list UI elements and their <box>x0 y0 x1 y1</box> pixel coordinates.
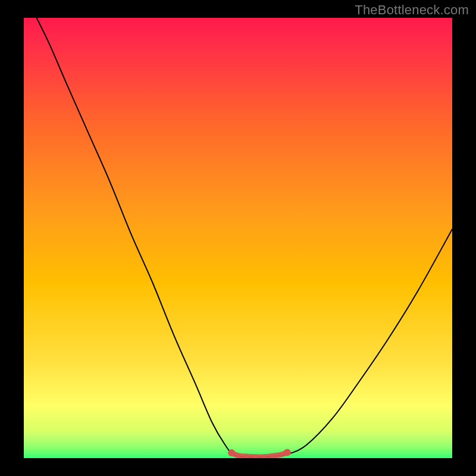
svg-rect-4 <box>24 444 452 445</box>
range-dot <box>279 453 283 456</box>
range-dot <box>270 454 274 458</box>
svg-rect-6 <box>24 449 452 450</box>
gradient-background <box>24 18 452 458</box>
svg-rect-3 <box>24 441 452 443</box>
range-end-dot <box>284 449 291 456</box>
svg-rect-7 <box>24 451 452 452</box>
plot-area <box>24 18 452 458</box>
range-dot <box>236 453 240 457</box>
attribution-text: TheBottleneck.com <box>355 2 469 18</box>
range-dot <box>245 455 248 458</box>
plot-svg <box>24 18 452 458</box>
chart-frame: TheBottleneck.com <box>0 0 476 476</box>
svg-rect-5 <box>24 446 452 447</box>
range-start-dot <box>228 449 235 456</box>
svg-rect-1 <box>24 437 452 438</box>
svg-rect-2 <box>24 439 452 440</box>
svg-rect-0 <box>24 434 452 436</box>
